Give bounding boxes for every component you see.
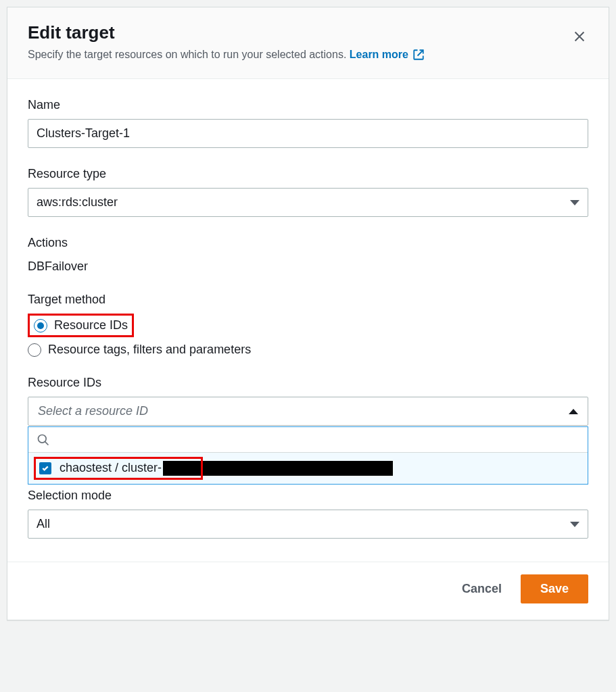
- option-visible-text: chaostest / cluster-: [60, 461, 162, 474]
- edit-target-modal: Edit target Specify the target resources…: [7, 7, 609, 620]
- name-label: Name: [28, 98, 588, 112]
- learn-more-link[interactable]: Learn more: [350, 49, 425, 61]
- checkbox-checked-icon: [39, 462, 51, 474]
- close-button[interactable]: [568, 25, 591, 50]
- resource-ids-field: Resource IDs Select a resource ID chaost…: [28, 376, 588, 485]
- dropdown-search-input[interactable]: [57, 432, 579, 447]
- radio-icon-checked: [34, 319, 47, 332]
- learn-more-label: Learn more: [350, 49, 408, 61]
- resource-type-field: Resource type aws:rds:cluster: [28, 167, 588, 217]
- search-icon: [37, 433, 50, 447]
- selection-mode-value: All: [37, 517, 50, 531]
- radio-resource-ids-label: Resource IDs: [54, 318, 128, 332]
- chevron-down-icon: [570, 522, 579, 527]
- selection-mode-select[interactable]: All: [28, 510, 588, 539]
- resource-ids-placeholder: Select a resource ID: [38, 404, 148, 418]
- name-field: Name: [28, 98, 588, 148]
- selection-mode-label: Selection mode: [28, 489, 588, 503]
- svg-line-1: [45, 441, 49, 445]
- chevron-up-icon: [569, 409, 578, 414]
- resource-ids-label: Resource IDs: [28, 376, 588, 390]
- dropdown-option-text: chaostest / cluster-: [60, 461, 393, 476]
- subtitle-text: Specify the target resources on which to…: [28, 49, 346, 60]
- modal-subtitle: Specify the target resources on which to…: [28, 49, 588, 61]
- modal-title: Edit target: [28, 22, 588, 43]
- actions-label: Actions: [28, 236, 588, 250]
- actions-field: Actions DBFailover: [28, 236, 588, 274]
- modal-header: Edit target Specify the target resources…: [7, 7, 609, 79]
- modal-footer: Cancel Save: [7, 562, 609, 620]
- save-button[interactable]: Save: [521, 574, 588, 603]
- actions-value: DBFailover: [28, 260, 588, 274]
- resource-type-label: Resource type: [28, 167, 588, 181]
- dropdown-search-row: [28, 427, 588, 453]
- resource-type-select[interactable]: aws:rds:cluster: [28, 188, 588, 217]
- resource-ids-dropdown: chaostest / cluster-: [28, 426, 588, 485]
- radio-resource-ids[interactable]: Resource IDs: [28, 314, 134, 337]
- modal-body: Name Resource type aws:rds:cluster Actio…: [7, 79, 609, 562]
- radio-resource-tags[interactable]: Resource tags, filters and parameters: [28, 339, 588, 361]
- radio-icon-unchecked: [28, 343, 41, 357]
- radio-resource-tags-label: Resource tags, filters and parameters: [48, 343, 251, 357]
- selection-mode-field: Selection mode All: [28, 489, 588, 539]
- dropdown-option-chaostest[interactable]: chaostest / cluster-: [28, 453, 588, 484]
- resource-type-value: aws:rds:cluster: [37, 195, 118, 209]
- chevron-down-icon: [570, 200, 579, 205]
- external-link-icon: [412, 49, 425, 61]
- resource-ids-multiselect[interactable]: Select a resource ID: [28, 397, 588, 426]
- cancel-button[interactable]: Cancel: [459, 575, 504, 603]
- close-icon: [572, 29, 587, 44]
- name-input[interactable]: [28, 119, 588, 148]
- redacted-text: [163, 461, 393, 476]
- target-method-field: Target method Resource IDs Resource tags…: [28, 293, 588, 361]
- svg-point-0: [39, 435, 47, 443]
- target-method-label: Target method: [28, 293, 588, 307]
